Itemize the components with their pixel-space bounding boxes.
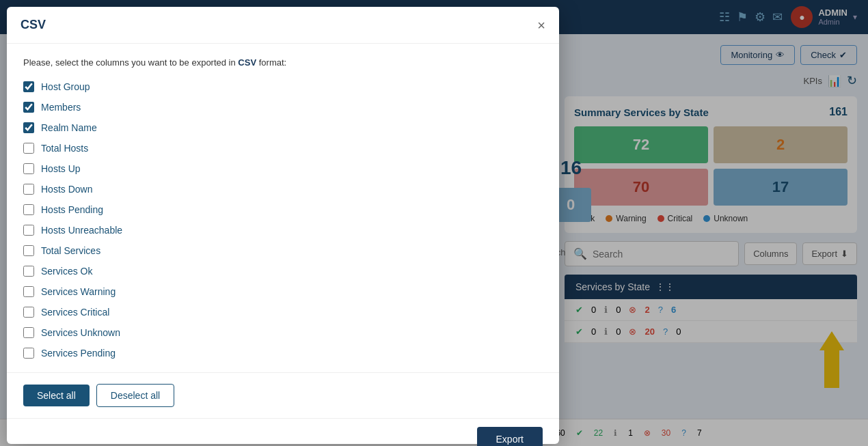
checkbox-label-hosts-unreachable: Hosts Unreachable bbox=[41, 225, 122, 236]
checkbox-input-services-warning[interactable] bbox=[23, 286, 34, 297]
select-all-button[interactable]: Select all bbox=[23, 385, 90, 406]
checkbox-label-members: Members bbox=[41, 102, 81, 113]
checkbox-input-realm-name[interactable] bbox=[23, 122, 34, 133]
checkbox-hosts-down[interactable]: Hosts Down bbox=[23, 184, 543, 195]
checkbox-input-hosts-down[interactable] bbox=[23, 184, 34, 195]
checkbox-members[interactable]: Members bbox=[23, 102, 543, 113]
description-format: CSV bbox=[238, 57, 256, 68]
checkbox-label-services-warning: Services Warning bbox=[41, 286, 116, 297]
checkbox-label-hosts-down: Hosts Down bbox=[41, 184, 92, 195]
checkbox-hosts-unreachable[interactable]: Hosts Unreachable bbox=[23, 225, 543, 236]
modal-overlay: CSV × Please, select the columns you wan… bbox=[0, 0, 868, 446]
checkbox-services-unknown[interactable]: Services Unknown bbox=[23, 327, 543, 338]
modal-footer: Export bbox=[7, 418, 559, 446]
deselect-all-button[interactable]: Deselect all bbox=[96, 384, 174, 407]
checkbox-label-total-services: Total Services bbox=[41, 245, 100, 256]
checkbox-label-services-critical: Services Critical bbox=[41, 307, 109, 318]
checkbox-services-warning[interactable]: Services Warning bbox=[23, 286, 543, 297]
checkbox-input-members[interactable] bbox=[23, 102, 34, 113]
checkbox-input-hosts-pending[interactable] bbox=[23, 204, 34, 215]
checkbox-input-host-group[interactable] bbox=[23, 81, 34, 92]
checkbox-total-hosts[interactable]: Total Hosts bbox=[23, 143, 543, 154]
checkbox-input-hosts-unreachable[interactable] bbox=[23, 225, 34, 236]
checkbox-realm-name[interactable]: Realm Name bbox=[23, 122, 543, 133]
checkbox-total-services[interactable]: Total Services bbox=[23, 245, 543, 256]
modal-actions: Select all Deselect all bbox=[7, 372, 559, 418]
checkbox-input-total-services[interactable] bbox=[23, 245, 34, 256]
modal-close-button[interactable]: × bbox=[537, 18, 545, 32]
checkbox-hosts-pending[interactable]: Hosts Pending bbox=[23, 204, 543, 215]
checkbox-input-services-unknown[interactable] bbox=[23, 327, 34, 338]
checkbox-label-realm-name: Realm Name bbox=[41, 122, 97, 133]
checkbox-label-services-ok: Services Ok bbox=[41, 266, 92, 277]
checkbox-label-hosts-up: Hosts Up bbox=[41, 163, 81, 174]
checkbox-services-critical[interactable]: Services Critical bbox=[23, 307, 543, 318]
checkbox-label-services-pending: Services Pending bbox=[41, 348, 116, 359]
modal-header: CSV × bbox=[7, 7, 559, 44]
checkbox-input-hosts-up[interactable] bbox=[23, 163, 34, 174]
checkbox-hosts-up[interactable]: Hosts Up bbox=[23, 163, 543, 174]
checkbox-host-group[interactable]: Host Group bbox=[23, 81, 543, 92]
csv-modal: CSV × Please, select the columns you wan… bbox=[7, 7, 559, 444]
description-prefix: Please, select the columns you want to b… bbox=[23, 57, 238, 68]
checkbox-list: Host Group Members Realm Name Total Host… bbox=[23, 81, 543, 359]
checkbox-services-ok[interactable]: Services Ok bbox=[23, 266, 543, 277]
checkbox-label-services-unknown: Services Unknown bbox=[41, 327, 120, 338]
modal-description: Please, select the columns you want to b… bbox=[23, 57, 543, 68]
checkbox-label-hosts-pending: Hosts Pending bbox=[41, 204, 103, 215]
modal-body: Please, select the columns you want to b… bbox=[7, 44, 559, 372]
checkbox-label-total-hosts: Total Hosts bbox=[41, 143, 88, 154]
checkbox-input-services-pending[interactable] bbox=[23, 348, 34, 359]
checkbox-input-services-ok[interactable] bbox=[23, 266, 34, 277]
description-suffix: format: bbox=[256, 57, 286, 68]
checkbox-input-total-hosts[interactable] bbox=[23, 143, 34, 154]
export-modal-button[interactable]: Export bbox=[477, 427, 543, 446]
checkbox-label-host-group: Host Group bbox=[41, 81, 90, 92]
modal-title: CSV bbox=[21, 18, 46, 32]
checkbox-input-services-critical[interactable] bbox=[23, 307, 34, 318]
checkbox-services-pending[interactable]: Services Pending bbox=[23, 348, 543, 359]
